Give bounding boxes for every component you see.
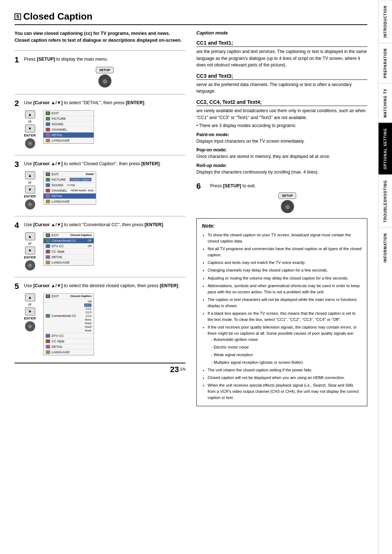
menu-4-detail-label: DETAIL: [52, 255, 63, 259]
menu-language: LANGUAGE: [44, 138, 94, 143]
menu-3-picture-label: PICTURE: [52, 178, 66, 182]
or-label-4: or: [28, 241, 32, 245]
note-title: Note:: [202, 222, 362, 230]
menu-4-detail: DETAIL: [44, 254, 94, 260]
roll-up-heading: Roll-up mode:: [196, 163, 367, 168]
cc3-heading: CC3 and Text3;: [196, 73, 367, 80]
menu-4-language-label: LANGUAGE: [52, 261, 70, 264]
detail-icon-3: [46, 194, 50, 198]
menu-detail-highlighted: DETAIL: [44, 133, 94, 138]
menu-3-channel: CHANNEL HDMI Audio Auto: [44, 188, 96, 194]
language-icon-4: [46, 261, 50, 264]
menu-5-picture: Conventional CC Off CC1 CC2 CC3 CC4 Text…: [44, 299, 94, 333]
cc-opt-text4: Text4: [85, 329, 91, 332]
step-3: 3 Use [Cursor ▲/▼] to select "Closed Cap…: [15, 160, 185, 209]
step-4-text: Use [Cursor ▲/▼] to select "Conventional…: [24, 221, 164, 228]
tab-introduction[interactable]: INTRODUCTION: [379, 0, 392, 43]
remote-4: ▲ or ▼ ENTER ◎: [24, 232, 36, 270]
menu-3-detail: DETAIL: [44, 194, 96, 199]
note-sub-4: Multiplex signal reception (ghosts or sc…: [211, 359, 362, 366]
dtv-cc-off: Off: [87, 244, 91, 248]
tab-preparation[interactable]: PREPARATION: [379, 43, 392, 83]
channel-icon: [46, 128, 50, 131]
closed-caption-header: Closed Caption: [70, 233, 91, 237]
setup-circle-icon: ◎: [98, 74, 111, 87]
menu-4-channel: CC Style: [44, 249, 94, 254]
menu-sound: SOUND: [44, 122, 94, 127]
page-en: EN: [180, 367, 185, 371]
down-arrow-4: ▼: [25, 247, 35, 254]
page-number: 23: [170, 365, 179, 374]
menu-channel: CHANNEL: [44, 127, 94, 133]
note-list: To show the closed caption on your TV sc…: [202, 232, 362, 401]
cc2-heading: CC2, CC4, Text2 and Text4;: [196, 99, 367, 106]
menu-picture: PICTURE: [44, 116, 94, 122]
pop-on-body: Once characters are stored in memory, th…: [196, 153, 367, 160]
menu-3-detail-label: DETAIL: [52, 194, 63, 198]
note-item-4: Changing channels may delay the closed c…: [208, 267, 362, 273]
menu-5-language-label: LANGUAGE: [52, 350, 70, 354]
step-2-header: 2 Use [Cursor ▲/▼] to select "DETAIL", t…: [15, 99, 185, 107]
note-item-1: To show the closed caption on your TV sc…: [208, 232, 362, 244]
enter-label-3: ENTER: [24, 195, 36, 198]
step-1-number: 1: [15, 56, 21, 64]
cc3-body: serve as the preferred data channels. Th…: [196, 81, 367, 95]
up-arrow: ▲: [25, 110, 35, 118]
down-arrow-5: ▼: [25, 307, 35, 315]
setup-btn-container: SETUP ◎: [24, 67, 185, 87]
menu-4-conventional-cc: Conventional CC: [52, 239, 76, 243]
sound-icon-3: [46, 183, 50, 187]
menu-5-detail-label: DETAIL: [52, 345, 63, 349]
tab-optional-setting[interactable]: OPTIONAL SETTING: [379, 123, 392, 175]
tab-troubleshooting[interactable]: TROUBLESHOOTING: [379, 175, 392, 228]
cc-opt-cc4: CC4: [86, 314, 91, 318]
step-3-illustration: ▲ or ▼ ENTER ◎ ✕ EXIT Detail: [24, 171, 185, 209]
page-title: 5 Closed Caption: [15, 11, 367, 25]
menu-5-dtv-cc: DTV CC: [52, 334, 64, 338]
title-text: Closed Caption: [23, 11, 93, 22]
menu-4-language: LANGUAGE: [44, 260, 94, 265]
detail-icon-5: [46, 345, 50, 349]
step-6-setup-circle: ◎: [281, 200, 294, 213]
note-item-2: Not all TV programs and commercials have…: [208, 246, 362, 258]
down-arrow: ▼: [25, 125, 35, 133]
step-2-text: Use [Cursor ▲/▼] to select "DETAIL", the…: [24, 99, 146, 106]
tab-information[interactable]: INFORMATION: [379, 228, 392, 268]
menu-3-exit-label: EXIT: [52, 172, 59, 176]
menu-5: ✕ EXIT Closed Caption Conventional CC Of…: [43, 293, 94, 355]
step-1-text: Press [SETUP] to display the main menu.: [24, 56, 108, 63]
picture-icon-4: [46, 239, 50, 243]
two-col-layout: You can view closed captioning (cc) for …: [15, 30, 367, 406]
step-6-text: Press [SETUP] to exit.: [210, 183, 256, 190]
channel-icon-5: [46, 339, 50, 343]
tab-watching-tv[interactable]: WATCHING TV: [379, 83, 392, 123]
cc1-heading: CC1 and Text1;: [196, 40, 367, 47]
enter-circle-5: ◎: [25, 321, 35, 331]
cc-opt-text1: Text1: [85, 318, 91, 321]
menu-exit-label: EXIT: [52, 111, 59, 115]
page-wrapper: 5 Closed Caption You can view closed cap…: [0, 0, 392, 554]
note-item-6: Abbreviations, symbols and other grammat…: [208, 283, 362, 295]
or-label-5: or: [28, 302, 32, 306]
closed-caption-header-5: Closed Caption: [70, 294, 91, 298]
remote-2: ▲ or ▼ ENTER ◎: [24, 110, 36, 148]
hdmi-auto: Auto: [88, 189, 94, 192]
step-4-number: 4: [15, 221, 21, 229]
cc-opt-cc2: CC2: [86, 307, 91, 310]
up-arrow-5: ▲: [25, 293, 35, 301]
step-2-illustration: ▲ or ▼ ENTER ◎ ✕ EXIT: [24, 110, 185, 148]
menu-3-channel-label: CHANNEL: [52, 189, 67, 192]
picture-icon-3: [46, 178, 50, 182]
menu-5-channel: CC Style: [44, 339, 94, 344]
step-6-number: 6: [196, 182, 203, 190]
cc-opt-text2: Text2: [85, 322, 91, 325]
col-right: Caption mode CC1 and Text1; are the prim…: [196, 30, 367, 406]
cc-opt-off: Off: [87, 300, 91, 303]
step-2-number: 2: [15, 99, 21, 107]
menu-3-exit: ✕ EXIT Detail: [44, 172, 96, 177]
note-item-11: Closed caption will not be displayed whe…: [208, 375, 362, 381]
step-5-number: 5: [15, 282, 21, 290]
exit-icon-3: ✕: [46, 172, 50, 176]
menu-5-detail: DETAIL: [44, 344, 94, 350]
language-icon-5: [46, 350, 50, 354]
